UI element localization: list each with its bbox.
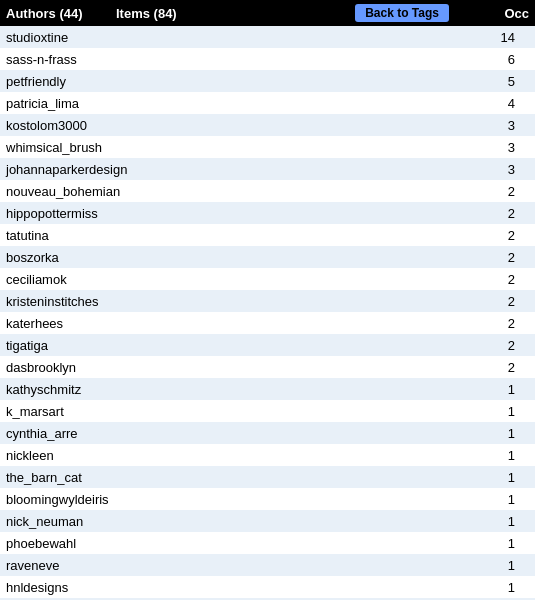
table-row[interactable]: hnldesigns1 [0, 576, 535, 598]
author-occ: 6 [411, 48, 536, 70]
author-occ: 2 [411, 202, 536, 224]
table-row[interactable]: katerhees2 [0, 312, 535, 334]
table-row[interactable]: patricia_lima4 [0, 92, 535, 114]
author-occ: 2 [411, 312, 536, 334]
author-name: hnldesigns [0, 576, 411, 598]
author-occ: 3 [411, 114, 536, 136]
author-occ: 1 [411, 422, 536, 444]
author-occ: 2 [411, 224, 536, 246]
author-occ: 2 [411, 246, 536, 268]
table-row[interactable]: nick_neuman1 [0, 510, 535, 532]
table-row[interactable]: the_barn_cat1 [0, 466, 535, 488]
author-occ: 1 [411, 576, 536, 598]
author-occ: 3 [411, 158, 536, 180]
author-occ: 1 [411, 400, 536, 422]
table-row[interactable]: cynthia_arre1 [0, 422, 535, 444]
author-name: kristeninstitches [0, 290, 411, 312]
author-name: ceciliamok [0, 268, 411, 290]
author-occ: 2 [411, 290, 536, 312]
author-occ: 1 [411, 444, 536, 466]
author-occ: 3 [411, 136, 536, 158]
author-occ: 1 [411, 554, 536, 576]
author-name: raveneve [0, 554, 411, 576]
author-occ: 2 [411, 356, 536, 378]
header-authors-label: Authors (44) [6, 6, 116, 21]
author-name: nick_neuman [0, 510, 411, 532]
author-occ: 1 [411, 488, 536, 510]
table-row[interactable]: tatutina2 [0, 224, 535, 246]
header-occ-label: Occ [489, 6, 529, 21]
author-name: whimsical_brush [0, 136, 411, 158]
author-name: johannaparkerdesign [0, 158, 411, 180]
table-row[interactable]: nouveau_bohemian2 [0, 180, 535, 202]
author-name: bloomingwyldeiris [0, 488, 411, 510]
table-row[interactable]: boszorka2 [0, 246, 535, 268]
header-items-label: Items (84) [116, 6, 355, 21]
author-name: kathyschmitz [0, 378, 411, 400]
author-name: katerhees [0, 312, 411, 334]
table-row[interactable]: kristeninstitches2 [0, 290, 535, 312]
author-occ: 2 [411, 268, 536, 290]
author-name: dasbrooklyn [0, 356, 411, 378]
author-name: kostolom3000 [0, 114, 411, 136]
authors-table-container: studioxtine14sass-n-frass6petfriendly5pa… [0, 26, 535, 600]
author-name: phoebewahl [0, 532, 411, 554]
author-name: hippopottermiss [0, 202, 411, 224]
author-occ: 14 [411, 26, 536, 48]
author-occ: 2 [411, 334, 536, 356]
table-row[interactable]: ceciliamok2 [0, 268, 535, 290]
author-occ: 1 [411, 466, 536, 488]
back-to-tags-button[interactable]: Back to Tags [355, 4, 449, 22]
author-name: boszorka [0, 246, 411, 268]
table-row[interactable]: johannaparkerdesign3 [0, 158, 535, 180]
table-row[interactable]: dasbrooklyn2 [0, 356, 535, 378]
table-row[interactable]: hippopottermiss2 [0, 202, 535, 224]
author-occ: 1 [411, 378, 536, 400]
author-name: patricia_lima [0, 92, 411, 114]
table-row[interactable]: nickleen1 [0, 444, 535, 466]
table-row[interactable]: petfriendly5 [0, 70, 535, 92]
author-name: k_marsart [0, 400, 411, 422]
author-name: petfriendly [0, 70, 411, 92]
table-row[interactable]: kathyschmitz1 [0, 378, 535, 400]
table-row[interactable]: whimsical_brush3 [0, 136, 535, 158]
author-occ: 2 [411, 180, 536, 202]
table-row[interactable]: sass-n-frass6 [0, 48, 535, 70]
authors-table: studioxtine14sass-n-frass6petfriendly5pa… [0, 26, 535, 600]
table-row[interactable]: bloomingwyldeiris1 [0, 488, 535, 510]
table-row[interactable]: phoebewahl1 [0, 532, 535, 554]
table-row[interactable]: studioxtine14 [0, 26, 535, 48]
author-occ: 5 [411, 70, 536, 92]
author-name: the_barn_cat [0, 466, 411, 488]
author-occ: 4 [411, 92, 536, 114]
author-occ: 1 [411, 510, 536, 532]
author-name: cynthia_arre [0, 422, 411, 444]
author-name: tigatiga [0, 334, 411, 356]
author-name: nouveau_bohemian [0, 180, 411, 202]
author-name: sass-n-frass [0, 48, 411, 70]
table-row[interactable]: raveneve1 [0, 554, 535, 576]
author-name: tatutina [0, 224, 411, 246]
author-name: studioxtine [0, 26, 411, 48]
author-name: nickleen [0, 444, 411, 466]
table-row[interactable]: kostolom30003 [0, 114, 535, 136]
table-row[interactable]: k_marsart1 [0, 400, 535, 422]
table-row[interactable]: tigatiga2 [0, 334, 535, 356]
header-row: Authors (44) Items (84) Back to Tags Occ [0, 0, 535, 26]
author-occ: 1 [411, 532, 536, 554]
